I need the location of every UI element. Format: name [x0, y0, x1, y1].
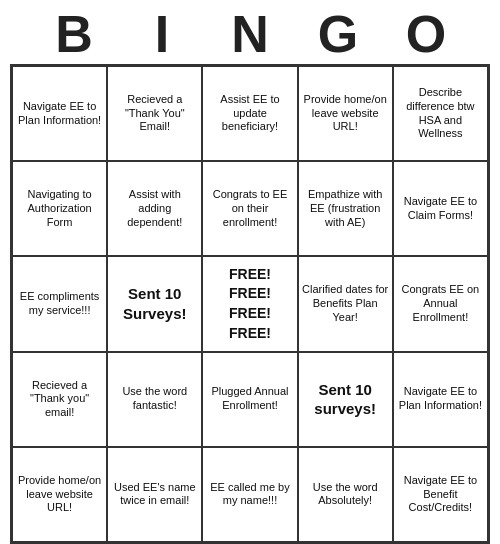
- bingo-header: BINGO: [10, 0, 490, 64]
- bingo-cell-19: Navigate EE to Plan Information!: [393, 352, 488, 447]
- bingo-cell-8: Empathize with EE (frustration with AE): [298, 161, 393, 256]
- bingo-cell-5: Navigating to Authorization Form: [12, 161, 107, 256]
- bingo-letter-B: B: [30, 8, 118, 60]
- bingo-cell-3: Provide home/on leave website URL!: [298, 66, 393, 161]
- bingo-cell-11: Sent 10 Surveys!: [107, 256, 202, 351]
- bingo-cell-12: FREE! FREE! FREE! FREE!: [202, 256, 297, 351]
- bingo-cell-1: Recieved a "Thank You" Email!: [107, 66, 202, 161]
- bingo-cell-22: EE called me by my name!!!: [202, 447, 297, 542]
- bingo-grid: Navigate EE to Plan Information!Recieved…: [10, 64, 490, 544]
- bingo-cell-18: Sent 10 surveys!: [298, 352, 393, 447]
- bingo-letter-N: N: [206, 8, 294, 60]
- bingo-cell-9: Navigate EE to Claim Forms!: [393, 161, 488, 256]
- bingo-cell-17: Plugged Annual Enrollment!: [202, 352, 297, 447]
- bingo-cell-2: Assist EE to update beneficiary!: [202, 66, 297, 161]
- bingo-letter-O: O: [382, 8, 470, 60]
- bingo-letter-I: I: [118, 8, 206, 60]
- bingo-cell-16: Use the word fantastic!: [107, 352, 202, 447]
- bingo-cell-7: Congrats to EE on their enrollment!: [202, 161, 297, 256]
- bingo-letter-G: G: [294, 8, 382, 60]
- bingo-cell-4: Describe difference btw HSA and Wellness: [393, 66, 488, 161]
- bingo-cell-0: Navigate EE to Plan Information!: [12, 66, 107, 161]
- bingo-cell-20: Provide home/on leave website URL!: [12, 447, 107, 542]
- bingo-cell-10: EE compliments my service!!!: [12, 256, 107, 351]
- bingo-cell-24: Navigate EE to Benefit Cost/Credits!: [393, 447, 488, 542]
- bingo-cell-14: Congrats EE on Annual Enrollment!: [393, 256, 488, 351]
- bingo-cell-23: Use the word Absolutely!: [298, 447, 393, 542]
- bingo-cell-13: Clarified dates for Benefits Plan Year!: [298, 256, 393, 351]
- bingo-cell-15: Recieved a "Thank you" email!: [12, 352, 107, 447]
- bingo-cell-21: Used EE's name twice in email!: [107, 447, 202, 542]
- bingo-cell-6: Assist with adding dependent!: [107, 161, 202, 256]
